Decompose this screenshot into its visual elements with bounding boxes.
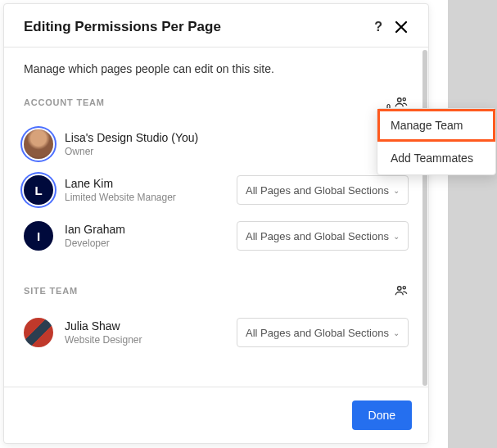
help-icon[interactable]: ? (374, 20, 382, 34)
member-role: Owner (65, 146, 409, 157)
permission-value: All Pages and Global Sections (246, 327, 389, 339)
avatar: I (24, 221, 53, 251)
avatar-initial: L (34, 183, 42, 197)
modal-subtitle: Manage which pages people can edit on th… (24, 62, 409, 75)
permission-select[interactable]: All Pages and Global Sections ⌄ (237, 221, 409, 251)
add-teammates-option[interactable]: Add Teammates (377, 142, 495, 174)
section-label: ACCOUNT TEAM (24, 97, 394, 107)
chevron-down-icon: ⌄ (393, 186, 400, 195)
avatar: L (24, 175, 53, 205)
member-row: I Ian Graham Developer All Pages and Glo… (24, 213, 409, 259)
chevron-down-icon: ⌄ (393, 232, 400, 241)
modal-body: Manage which pages people can edit on th… (4, 48, 428, 387)
scroll-thumb[interactable] (422, 50, 427, 386)
scrollbar[interactable] (422, 50, 428, 386)
member-info: Lisa's Design Studio (You) Owner (65, 131, 409, 157)
done-button[interactable]: Done (352, 400, 412, 430)
permission-select[interactable]: All Pages and Global Sections ⌄ (237, 175, 409, 205)
member-info: Ian Graham Developer (65, 223, 237, 249)
svg-point-0 (398, 98, 402, 102)
avatar-initial: I (37, 229, 40, 243)
svg-point-1 (403, 98, 405, 101)
member-name: Lane Kim (65, 177, 237, 190)
member-name: Lisa's Design Studio (You) (65, 131, 409, 144)
close-icon[interactable] (394, 20, 409, 34)
modal-title: Editing Permissions Per Page (24, 19, 374, 35)
permission-value: All Pages and Global Sections (246, 184, 389, 197)
site-team-header: SITE TEAM (24, 283, 409, 298)
member-info: Julia Shaw Website Designer (65, 319, 237, 346)
manage-team-option[interactable]: Manage Team (377, 109, 495, 142)
member-name: Julia Shaw (65, 319, 237, 333)
team-popover: Manage Team Add Teammates (377, 108, 496, 175)
modal-footer: Done (4, 387, 428, 443)
account-team-header: ACCOUNT TEAM (24, 95, 409, 110)
member-role: Website Designer (65, 334, 237, 346)
modal-header: Editing Permissions Per Page ? (4, 4, 428, 47)
member-row: Lisa's Design Studio (You) Owner (24, 121, 409, 167)
section-label: SITE TEAM (24, 286, 394, 296)
member-role: Developer (65, 238, 237, 249)
member-name: Ian Graham (65, 223, 237, 236)
member-role: Limited Website Manager (65, 192, 237, 203)
member-info: Lane Kim Limited Website Manager (65, 177, 237, 203)
avatar (24, 318, 53, 347)
member-row: L Lane Kim Limited Website Manager All P… (24, 167, 409, 213)
team-menu-icon[interactable] (394, 283, 409, 298)
svg-point-2 (398, 287, 402, 291)
avatar (24, 129, 53, 159)
backdrop-overlay (448, 0, 497, 448)
permission-value: All Pages and Global Sections (246, 230, 389, 242)
permissions-modal: Editing Permissions Per Page ? Manage wh… (3, 3, 429, 444)
chevron-down-icon: ⌄ (393, 328, 400, 337)
permission-select[interactable]: All Pages and Global Sections ⌄ (237, 318, 409, 347)
member-row: Julia Shaw Website Designer All Pages an… (24, 310, 409, 355)
svg-point-3 (403, 287, 405, 289)
